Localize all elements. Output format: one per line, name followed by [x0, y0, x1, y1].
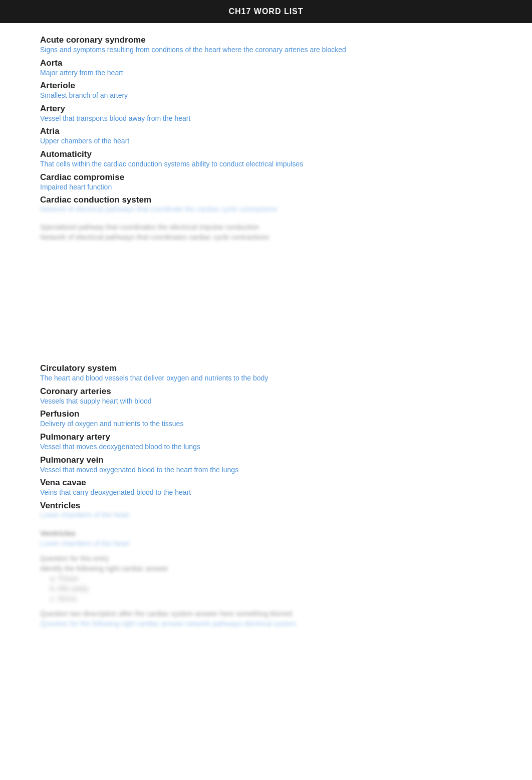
quiz-option-c[interactable]: Terms — [50, 595, 492, 603]
header-bar: CH17 WORD LIST — [0, 0, 532, 23]
term-ventricles: Ventricles — [40, 501, 492, 511]
word-entry-circulatory: Circulatory system The heart and blood v… — [40, 363, 492, 383]
term-acute-coronary: Acute coronary syndrome — [40, 35, 492, 45]
quiz-option-a[interactable]: Tissue — [50, 574, 492, 582]
word-entry-pulmonary-artery: Pulmonary artery Vessel that moves deoxy… — [40, 432, 492, 452]
quiz-bottom-q2: Question for the following right cardiac… — [40, 620, 492, 628]
def-aorta: Major artery from the heart — [40, 68, 492, 78]
word-entry-arteriole: Arteriole Smallest branch of an artery — [40, 81, 492, 101]
def-vena-cavae: Veins that carry deoxygenated blood to t… — [40, 488, 492, 498]
word-entry-acute-coronary: Acute coronary syndrome Signs and sympto… — [40, 35, 492, 55]
section-gap: Specialized pathway that coordinates the… — [40, 223, 492, 363]
def-automaticity: That cells within the cardiac conduction… — [40, 159, 492, 169]
quiz-option-b[interactable]: Rib cavity — [50, 584, 492, 593]
def-circulatory: The heart and blood vessels that deliver… — [40, 373, 492, 383]
def-ventricles-blurred: Lower chambers of the heart — [40, 511, 492, 519]
content-area: Acute coronary syndrome Signs and sympto… — [0, 35, 532, 628]
page-container: CH17 WORD LIST Acute coronary syndrome S… — [0, 0, 532, 628]
quiz-options-list: Tissue Rib cavity Terms — [40, 574, 492, 603]
def-arteriole: Smallest branch of an artery — [40, 91, 492, 101]
word-entry-vena-cavae: Vena cavae Veins that carry deoxygenated… — [40, 478, 492, 498]
def-artery: Vessel that transports blood away from t… — [40, 114, 492, 124]
term-atria: Atria — [40, 126, 492, 136]
term-automaticity: Automaticity — [40, 149, 492, 159]
term-pulmonary-vein: Pulmonary vein — [40, 455, 492, 465]
term-arteriole: Arteriole — [40, 81, 492, 91]
word-entry-coronary-arteries: Coronary arteries Vessels that supply he… — [40, 386, 492, 407]
header-title: CH17 WORD LIST — [228, 7, 303, 16]
word-entry-cardiac-conduction: Cardiac conduction system Network of ele… — [40, 195, 492, 213]
blurred-mid-2: Network of electrical pathways that coor… — [40, 233, 492, 241]
term-coronary-arteries: Coronary arteries — [40, 386, 492, 397]
quiz-bottom-q1: Question two description after the cardi… — [40, 610, 492, 618]
def-cardiac-compromise: Impaired heart function — [40, 182, 492, 192]
term-cardiac-compromise: Cardiac compromise — [40, 172, 492, 182]
term-circulatory: Circulatory system — [40, 363, 492, 373]
word-entry-cardiac-compromise: Cardiac compromise Impaired heart functi… — [40, 172, 492, 192]
def-pulmonary-artery: Vessel that moves deoxygenated blood to … — [40, 442, 492, 452]
def-perfusion: Delivery of oxygen and nutrients to the … — [40, 419, 492, 429]
word-entry-atria: Atria Upper chambers of the heart — [40, 126, 492, 146]
word-entry-aorta: Aorta Major artery from the heart — [40, 58, 492, 78]
def-atria: Upper chambers of the heart — [40, 136, 492, 146]
quiz-question-text: Identify the following right cardiac ans… — [40, 564, 492, 572]
term-perfusion: Perfusion — [40, 409, 492, 419]
term-aorta: Aorta — [40, 58, 492, 68]
def-pulmonary-vein: Vessel that moved oxygenated blood to th… — [40, 465, 492, 475]
def-coronary-arteries: Vessels that supply heart with blood — [40, 397, 492, 407]
word-entry-ventricles: Ventricles Lower chambers of the heart — [40, 501, 492, 519]
def-cardiac-conduction-blurred: Network of electrical pathways that coor… — [40, 205, 492, 213]
term-artery: Artery — [40, 104, 492, 114]
quiz-question-label: Question for this entry — [40, 554, 492, 562]
quiz-section: Ventricles Lower chambers of the heart Q… — [40, 529, 492, 628]
word-entry-pulmonary-vein: Pulmonary vein Vessel that moved oxygena… — [40, 455, 492, 475]
quiz-intro: Ventricles — [40, 529, 492, 537]
blurred-mid-1: Specialized pathway that coordinates the… — [40, 223, 492, 231]
term-pulmonary-artery: Pulmonary artery — [40, 432, 492, 442]
word-entry-perfusion: Perfusion Delivery of oxygen and nutrien… — [40, 409, 492, 429]
term-vena-cavae: Vena cavae — [40, 478, 492, 488]
word-entry-automaticity: Automaticity That cells within the cardi… — [40, 149, 492, 169]
quiz-term-blurred: Lower chambers of the heart — [40, 539, 492, 547]
word-entry-artery: Artery Vessel that transports blood away… — [40, 104, 492, 124]
term-cardiac-conduction: Cardiac conduction system — [40, 195, 492, 205]
def-acute-coronary: Signs and symptoms resulting from condit… — [40, 45, 492, 55]
